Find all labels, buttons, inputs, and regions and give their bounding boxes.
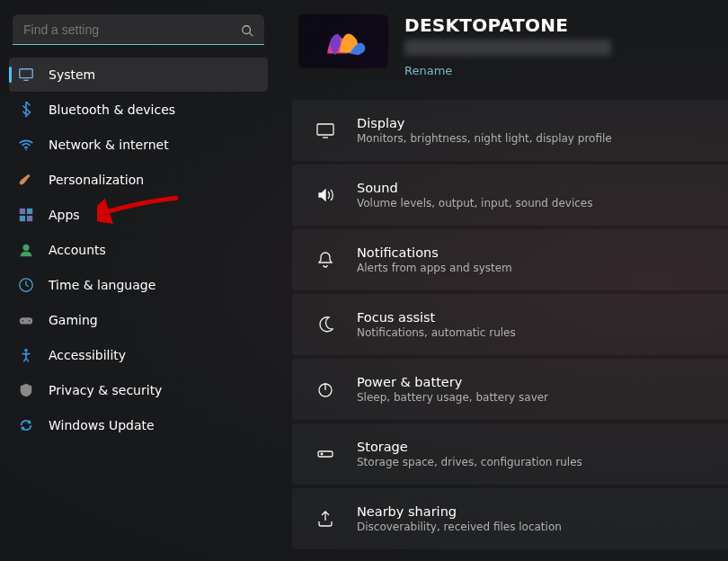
sound-icon [315, 185, 335, 205]
sidebar-item-label: System [49, 67, 95, 82]
card-title: Storage [357, 440, 582, 454]
card-power-battery[interactable]: Power & battery Sleep, battery usage, ba… [292, 359, 728, 420]
svg-rect-8 [27, 216, 32, 221]
device-header: DESKTOPATONE Rename [279, 14, 728, 100]
sidebar-item-label: Time & language [49, 278, 155, 292]
card-focus-assist[interactable]: Focus assist Notifications, automatic ru… [292, 294, 728, 355]
content-pane: DESKTOPATONE Rename Display Monitors, br… [279, 0, 728, 561]
device-name: DESKTOPATONE [404, 14, 611, 36]
sidebar-item-privacy[interactable]: Privacy & security [9, 373, 268, 407]
sidebar-item-time-language[interactable]: Time & language [9, 268, 268, 302]
sidebar-item-accessibility[interactable]: Accessibility [9, 338, 268, 372]
svg-rect-15 [317, 124, 333, 135]
card-title: Power & battery [357, 375, 548, 389]
search-input[interactable] [13, 14, 264, 45]
card-notifications[interactable]: Notifications Alerts from apps and syste… [292, 229, 728, 290]
bell-icon [315, 250, 335, 270]
svg-point-4 [25, 149, 27, 151]
storage-icon [315, 444, 335, 464]
svg-point-14 [24, 349, 28, 352]
sidebar-item-accounts[interactable]: Accounts [9, 233, 268, 267]
svg-point-13 [29, 320, 31, 322]
svg-rect-6 [27, 209, 32, 214]
svg-point-20 [321, 453, 323, 455]
power-icon [315, 379, 335, 399]
bluetooth-icon [18, 102, 34, 118]
card-subtitle: Volume levels, output, input, sound devi… [357, 197, 592, 209]
svg-point-9 [22, 245, 29, 251]
card-title: Display [357, 116, 612, 130]
clock-globe-icon [18, 277, 34, 293]
sidebar-item-label: Personalization [49, 173, 144, 187]
card-subtitle: Notifications, automatic rules [357, 326, 516, 339]
sidebar-item-network[interactable]: Network & internet [9, 128, 268, 162]
display-icon [315, 120, 335, 140]
svg-line-1 [250, 33, 253, 37]
rename-link[interactable]: Rename [404, 64, 452, 77]
card-storage[interactable]: Storage Storage space, drives, configura… [292, 423, 728, 485]
sidebar-item-personalization[interactable]: Personalization [9, 163, 268, 197]
search-icon [241, 23, 253, 36]
search-box [13, 14, 264, 45]
card-subtitle: Alerts from apps and system [357, 262, 512, 274]
card-title: Notifications [357, 245, 512, 260]
device-subline-redacted [404, 40, 611, 56]
accessibility-icon [18, 347, 34, 363]
sidebar-item-bluetooth[interactable]: Bluetooth & devices [9, 93, 268, 127]
update-icon [18, 417, 34, 433]
card-title: Nearby sharing [357, 504, 562, 519]
sidebar-item-label: Accessibility [49, 348, 126, 362]
shield-icon [18, 382, 34, 398]
svg-rect-2 [20, 69, 32, 78]
sidebar: System Bluetooth & devices Network & int… [0, 0, 279, 561]
desktop-image [298, 14, 388, 68]
wifi-icon [18, 137, 34, 153]
sidebar-item-gaming[interactable]: Gaming [9, 303, 268, 337]
svg-point-12 [22, 320, 24, 322]
accounts-icon [18, 242, 34, 258]
sidebar-item-label: Privacy & security [49, 383, 162, 397]
sidebar-item-system[interactable]: System [9, 58, 268, 92]
moon-icon [315, 315, 335, 334]
share-icon [315, 509, 335, 529]
apps-icon [18, 207, 34, 223]
svg-rect-7 [20, 216, 25, 221]
system-icon [18, 67, 34, 83]
card-subtitle: Discoverability, received files location [357, 521, 562, 533]
sidebar-item-label: Bluetooth & devices [49, 102, 175, 117]
card-title: Sound [357, 181, 592, 195]
sidebar-item-windows-update[interactable]: Windows Update [9, 408, 268, 442]
svg-rect-11 [20, 317, 32, 324]
card-subtitle: Storage space, drives, configuration rul… [357, 456, 582, 468]
card-sound[interactable]: Sound Volume levels, output, input, soun… [292, 165, 728, 226]
card-display[interactable]: Display Monitors, brightness, night ligh… [292, 100, 728, 161]
svg-point-0 [243, 26, 251, 34]
card-subtitle: Sleep, battery usage, battery saver [357, 391, 548, 404]
card-subtitle: Monitors, brightness, night light, displ… [357, 132, 612, 145]
sidebar-item-label: Gaming [49, 313, 98, 327]
svg-rect-19 [318, 451, 333, 457]
sidebar-item-label: Windows Update [49, 418, 155, 432]
sidebar-item-label: Accounts [49, 243, 106, 257]
sidebar-item-label: Network & internet [49, 138, 169, 152]
card-nearby-sharing[interactable]: Nearby sharing Discoverability, received… [292, 488, 728, 549]
settings-cards: Display Monitors, brightness, night ligh… [279, 100, 728, 549]
card-title: Focus assist [357, 310, 516, 325]
sidebar-item-label: Apps [49, 208, 80, 222]
brush-icon [18, 172, 34, 188]
gaming-icon [18, 312, 34, 328]
sidebar-item-apps[interactable]: Apps [9, 198, 268, 232]
svg-rect-5 [20, 209, 25, 214]
